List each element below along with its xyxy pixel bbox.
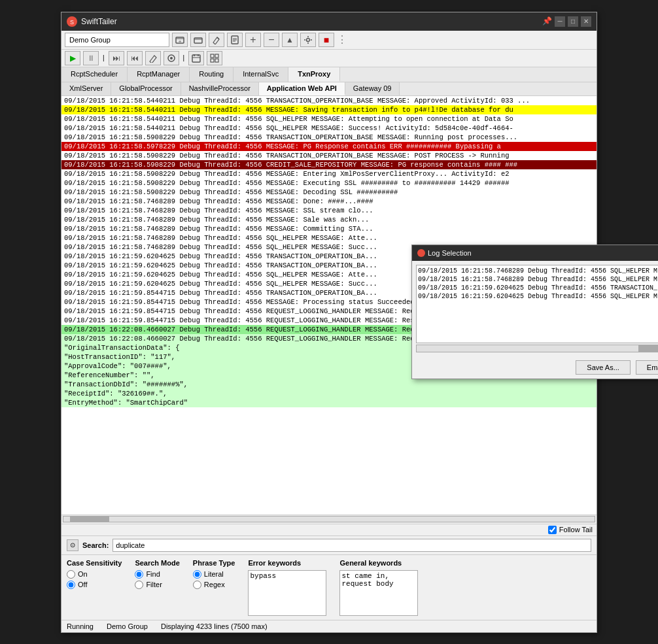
case-off-label[interactable]: Off bbox=[67, 581, 122, 589]
separator2-icon: | bbox=[101, 54, 106, 61]
maximize-button[interactable]: □ bbox=[568, 16, 578, 27]
pencil-button[interactable] bbox=[145, 51, 161, 65]
case-on-text: On bbox=[78, 570, 88, 578]
add-button[interactable]: + bbox=[245, 33, 261, 47]
tab-globalprocessor[interactable]: GlobalProcessor bbox=[111, 82, 181, 95]
log-line: 09/18/2015 16:21:58.5440211 Debug Thread… bbox=[61, 105, 597, 114]
phrase-regex-text: Regex bbox=[204, 581, 225, 588]
svg-rect-16 bbox=[211, 54, 214, 58]
mode-filter-radio[interactable] bbox=[135, 581, 143, 589]
scrollbar-row bbox=[61, 515, 597, 524]
status-text: Running bbox=[67, 622, 94, 630]
log-line: 09/18/2015 16:21:58.5908229 Debug Thread… bbox=[61, 151, 597, 160]
mode-filter-label[interactable]: Filter bbox=[135, 581, 179, 589]
general-keywords-group: General keywords st came in, request bod… bbox=[339, 559, 418, 616]
general-keywords-input[interactable]: st came in, request body bbox=[339, 570, 418, 616]
group-input[interactable]: Demo Group bbox=[65, 33, 169, 47]
edit-button[interactable] bbox=[209, 33, 224, 47]
log-line: 09/18/2015 16:21:58.5440211 Debug Thread… bbox=[61, 114, 597, 124]
popup-log[interactable]: 09/18/2015 16:21:58.7468289 Debug Thread… bbox=[416, 265, 658, 343]
follow-tail-label[interactable]: Follow Tail bbox=[548, 526, 593, 534]
mode-find-label[interactable]: Find bbox=[135, 570, 179, 579]
tab-rcptmanager[interactable]: RcptManager bbox=[128, 67, 190, 82]
search-expand-button[interactable]: ⊙ bbox=[67, 539, 78, 551]
config-button[interactable] bbox=[207, 51, 222, 65]
log-selection-popup: Log Selection ─ □ ✕ 09/18/2015 16:21:58.… bbox=[411, 245, 658, 379]
popup-title-bar: Log Selection ─ □ ✕ bbox=[412, 245, 658, 261]
popup-log-line: 09/18/2015 16:21:59.6204625 Debug Thread… bbox=[418, 284, 658, 292]
tab-nashvilleprocessor[interactable]: NashvilleProcessor bbox=[181, 82, 259, 95]
log-line: 09/18/2015 16:21:58.5440211 Debug Thread… bbox=[61, 124, 597, 133]
tab-applicationwebapi[interactable]: Application Web API bbox=[259, 82, 345, 95]
window-controls: 📌 ─ □ ✕ bbox=[542, 16, 591, 27]
new-folder-button[interactable]: + bbox=[172, 33, 188, 47]
separator3-icon: | bbox=[182, 54, 186, 61]
tab-xmlserver[interactable]: XmlServer bbox=[61, 82, 111, 95]
document-button[interactable] bbox=[227, 33, 243, 47]
popup-scroll-thumb bbox=[638, 345, 658, 352]
skip-back-button[interactable]: ⏮ bbox=[127, 51, 143, 65]
tab-routing[interactable]: Routing bbox=[190, 67, 234, 82]
svg-rect-17 bbox=[215, 54, 218, 58]
phrase-type-title: Phrase Type bbox=[193, 559, 235, 567]
svg-rect-18 bbox=[211, 59, 214, 62]
minimize-button[interactable]: ─ bbox=[555, 16, 565, 27]
popup-title-text: Log Selection bbox=[428, 249, 472, 257]
pin-icon: 📌 bbox=[542, 16, 552, 27]
mode-find-radio[interactable] bbox=[135, 570, 143, 579]
follow-tail-text: Follow Tail bbox=[559, 526, 593, 534]
close-button[interactable]: ✕ bbox=[581, 16, 591, 27]
case-on-label[interactable]: On bbox=[67, 570, 122, 579]
settings-button[interactable] bbox=[300, 33, 316, 47]
pause-button[interactable]: ⏸ bbox=[83, 51, 99, 65]
stop-button[interactable]: ■ bbox=[319, 33, 334, 47]
skip-forward-button[interactable]: ⏭ bbox=[109, 51, 124, 65]
popup-scrollbar[interactable] bbox=[416, 345, 658, 352]
phrase-literal-label[interactable]: Literal bbox=[193, 570, 235, 579]
log-line: 09/18/2015 16:21:58.5908229 Debug Thread… bbox=[61, 188, 597, 197]
mark-button[interactable] bbox=[164, 51, 179, 65]
svg-rect-12 bbox=[192, 55, 200, 62]
phrase-type-group: Phrase Type Literal Regex bbox=[193, 559, 235, 616]
phrase-literal-text: Literal bbox=[204, 570, 224, 578]
svg-point-11 bbox=[170, 57, 173, 59]
open-folder-button[interactable] bbox=[190, 33, 206, 47]
phrase-regex-label[interactable]: Regex bbox=[193, 581, 235, 589]
tab-rcptscheduler[interactable]: RcptScheduler bbox=[61, 67, 128, 82]
calendar-button[interactable] bbox=[188, 51, 204, 65]
email-to-button[interactable]: Email To... bbox=[636, 360, 658, 375]
arrow-up-button[interactable]: ▲ bbox=[282, 33, 298, 47]
app-icon: S bbox=[67, 16, 77, 27]
tabs-row-2: XmlServer GlobalProcessor NashvilleProce… bbox=[61, 82, 597, 96]
main-window: S SwiftTailer 📌 ─ □ ✕ Demo Group + + − ▲ bbox=[61, 12, 597, 633]
case-on-radio[interactable] bbox=[67, 570, 75, 579]
log-line: 09/18/2015 16:21:58.7468289 Debug Thread… bbox=[61, 215, 597, 224]
popup-content: 09/18/2015 16:21:58.7468289 Debug Thread… bbox=[412, 261, 658, 356]
remove-button[interactable]: − bbox=[264, 33, 279, 47]
error-keywords-group: Error keywords bypass bbox=[248, 559, 326, 616]
log-line: 09/18/2015 16:21:58.7468289 Debug Thread… bbox=[61, 197, 597, 206]
log-line: "TransactionDbId": "#######%", bbox=[61, 380, 597, 389]
popup-log-line: 09/18/2015 16:21:58.7468289 Debug Thread… bbox=[418, 267, 658, 275]
general-keywords-title: General keywords bbox=[339, 559, 418, 567]
phrase-literal-radio[interactable] bbox=[193, 570, 201, 579]
follow-tail-checkbox[interactable] bbox=[548, 526, 557, 534]
log-line: 09/18/2015 16:21:58.5908229 Debug Thread… bbox=[61, 169, 597, 178]
play-button[interactable]: ▶ bbox=[65, 51, 80, 65]
tab-txnproxy[interactable]: TxnProxy bbox=[288, 67, 340, 82]
error-keywords-input[interactable]: bypass bbox=[248, 570, 326, 616]
log-line: 09/18/2015 16:21:58.5978229 Debug Thread… bbox=[61, 142, 597, 151]
info-text: Displaying 4233 lines (7500 max) bbox=[161, 622, 268, 630]
window-title: SwiftTailer bbox=[81, 17, 117, 26]
search-mode-group: Search Mode Find Filter bbox=[135, 559, 179, 616]
phrase-regex-radio[interactable] bbox=[193, 581, 201, 589]
search-row: ⊙ Search: bbox=[61, 535, 597, 554]
horizontal-scrollbar[interactable] bbox=[63, 516, 595, 522]
save-as-button[interactable]: Save As... bbox=[576, 360, 631, 375]
popup-buttons: Save As... Email To... bbox=[412, 356, 658, 379]
case-off-radio[interactable] bbox=[67, 581, 75, 589]
svg-rect-19 bbox=[215, 59, 218, 62]
tab-gateway09[interactable]: Gateway 09 bbox=[345, 82, 400, 95]
search-input[interactable] bbox=[113, 539, 591, 552]
tab-internalsvc[interactable]: InternalSvc bbox=[234, 67, 288, 82]
